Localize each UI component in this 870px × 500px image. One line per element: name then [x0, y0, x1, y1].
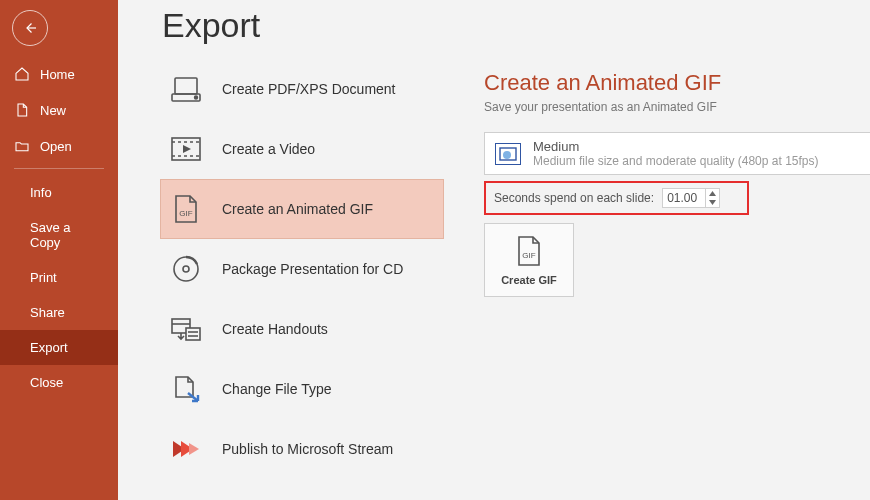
- seconds-per-slide-row: Seconds spend on each slide:: [484, 181, 749, 215]
- sidebar-label: Export: [30, 340, 68, 355]
- export-item-pdf-xps[interactable]: Create PDF/XPS Document: [160, 59, 444, 119]
- sidebar-item-home[interactable]: Home: [0, 56, 118, 92]
- svg-point-20: [503, 151, 511, 159]
- svg-marker-22: [709, 200, 716, 205]
- spinner-up[interactable]: [706, 189, 718, 198]
- export-item-label: Create a Video: [222, 141, 315, 157]
- gif-file-icon: GIF: [168, 194, 204, 224]
- arrow-left-icon: [21, 19, 39, 37]
- export-type-list: Create PDF/XPS Document Create a Video: [160, 59, 444, 479]
- pdf-xps-icon: [168, 74, 204, 104]
- svg-rect-13: [186, 328, 200, 340]
- sidebar-label: Share: [30, 305, 65, 320]
- sidebar-label: New: [40, 103, 66, 118]
- page-title: Export: [160, 6, 870, 45]
- back-button[interactable]: [12, 10, 48, 46]
- sidebar-divider: [14, 168, 104, 169]
- export-item-label: Change File Type: [222, 381, 331, 397]
- sidebar-item-close[interactable]: Close: [0, 365, 118, 400]
- backstage-sidebar: Home New Open Info Save a Copy Print Sha…: [0, 0, 118, 500]
- svg-text:GIF: GIF: [522, 251, 535, 260]
- video-icon: [168, 134, 204, 164]
- export-item-label: Create Handouts: [222, 321, 328, 337]
- content-row: Create PDF/XPS Document Create a Video: [160, 59, 870, 479]
- sidebar-label: Close: [30, 375, 63, 390]
- export-item-change-file-type[interactable]: Change File Type: [160, 359, 444, 419]
- create-gif-label: Create GIF: [501, 274, 557, 286]
- export-item-animated-gif[interactable]: GIF Create an Animated GIF: [160, 179, 444, 239]
- seconds-input[interactable]: [663, 189, 705, 207]
- spinner-down[interactable]: [706, 198, 718, 207]
- svg-rect-1: [175, 78, 197, 94]
- cd-icon: [168, 254, 204, 284]
- sidebar-label: Open: [40, 139, 72, 154]
- sidebar-item-save-a-copy[interactable]: Save a Copy: [0, 210, 118, 260]
- chevron-down-icon: [709, 200, 716, 205]
- sidebar-item-new[interactable]: New: [0, 92, 118, 128]
- quality-icon: [495, 143, 521, 165]
- quality-text: Medium Medium file size and moderate qua…: [533, 139, 819, 168]
- quality-selector[interactable]: Medium Medium file size and moderate qua…: [484, 132, 870, 175]
- sidebar-item-open[interactable]: Open: [0, 128, 118, 164]
- panel-title: Create an Animated GIF: [484, 70, 870, 96]
- svg-point-3: [195, 96, 198, 99]
- create-gif-button[interactable]: GIF Create GIF: [484, 223, 574, 297]
- export-item-label: Package Presentation for CD: [222, 261, 403, 277]
- export-item-publish-stream[interactable]: Publish to Microsoft Stream: [160, 419, 444, 479]
- sidebar-item-share[interactable]: Share: [0, 295, 118, 330]
- panel-description: Save your presentation as an Animated GI…: [484, 100, 870, 114]
- sidebar-item-print[interactable]: Print: [0, 260, 118, 295]
- export-item-label: Create PDF/XPS Document: [222, 81, 396, 97]
- export-panel: Create an Animated GIF Save your present…: [484, 59, 870, 479]
- seconds-label: Seconds spend on each slide:: [494, 191, 654, 205]
- sidebar-item-export[interactable]: Export: [0, 330, 118, 365]
- sidebar-item-info[interactable]: Info: [0, 175, 118, 210]
- quality-description: Medium file size and moderate quality (4…: [533, 154, 819, 168]
- svg-point-10: [183, 266, 189, 272]
- chevron-up-icon: [709, 191, 716, 196]
- sidebar-label: Info: [30, 185, 52, 200]
- handouts-icon: [168, 314, 204, 344]
- sidebar-label: Save a Copy: [30, 220, 104, 250]
- export-item-label: Create an Animated GIF: [222, 201, 373, 217]
- new-file-icon: [14, 102, 30, 118]
- folder-open-icon: [14, 138, 30, 154]
- export-item-video[interactable]: Create a Video: [160, 119, 444, 179]
- sidebar-label: Print: [30, 270, 57, 285]
- quality-title: Medium: [533, 139, 819, 154]
- sidebar-label: Home: [40, 67, 75, 82]
- gif-file-icon: GIF: [514, 234, 544, 268]
- export-item-package-cd[interactable]: Package Presentation for CD: [160, 239, 444, 299]
- export-item-label: Publish to Microsoft Stream: [222, 441, 393, 457]
- home-icon: [14, 66, 30, 82]
- svg-marker-18: [189, 443, 199, 455]
- seconds-spinner: [662, 188, 720, 208]
- main-content: Export Create PDF/XPS Document: [118, 0, 870, 500]
- stream-icon: [168, 434, 204, 464]
- svg-text:GIF: GIF: [179, 209, 192, 218]
- change-file-type-icon: [168, 374, 204, 404]
- svg-marker-21: [709, 191, 716, 196]
- svg-marker-7: [183, 145, 191, 153]
- export-item-handouts[interactable]: Create Handouts: [160, 299, 444, 359]
